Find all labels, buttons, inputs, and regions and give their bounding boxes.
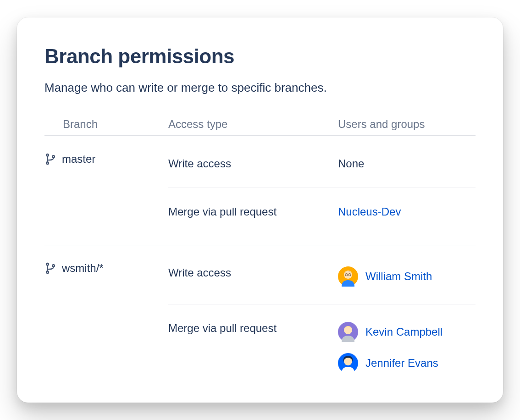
branch-group-wsmith: wsmith/* Write access W — [44, 245, 476, 400]
user-label: Jennifer Evans — [365, 357, 438, 370]
row-divider — [168, 188, 476, 188]
access-type-label: Write access — [168, 153, 338, 175]
branch-name: wsmith/* — [62, 262, 104, 275]
user-link[interactable]: Kevin Campbell — [338, 319, 476, 345]
users-cell: None — [338, 153, 476, 175]
branch-icon — [44, 262, 56, 274]
branch-cell: wsmith/* — [44, 262, 168, 275]
column-header-access: Access type — [168, 118, 338, 131]
branch-icon — [44, 153, 56, 165]
avatar — [338, 353, 358, 373]
row-divider — [168, 304, 476, 304]
branch-cell-empty — [44, 201, 168, 201]
group-link[interactable]: Nucleus-Dev — [338, 203, 476, 221]
branch-group-master: master Write access None Merge via pull … — [44, 136, 476, 245]
group-label: Nucleus-Dev — [338, 205, 401, 218]
avatar — [338, 266, 358, 287]
users-cell: Nucleus-Dev — [338, 201, 476, 223]
user-link[interactable]: Jennifer Evans — [338, 350, 476, 376]
table-row: Merge via pull request Nucleus-Dev — [44, 197, 476, 227]
branch-permissions-card: Branch permissions Manage who can write … — [17, 17, 503, 403]
page-subtitle: Manage who can write or merge to specifi… — [44, 81, 476, 95]
users-cell: Kevin Campbell Jennifer Evans — [338, 317, 476, 378]
table-row: Merge via pull request Kevin Campbell — [44, 314, 476, 381]
users-cell: William Smith — [338, 262, 476, 291]
access-type-label: Merge via pull request — [168, 317, 338, 339]
branch-cell: master — [44, 153, 168, 166]
page-title: Branch permissions — [44, 45, 476, 68]
table-header-row: Branch Access type Users and groups — [44, 113, 476, 136]
table-row: master Write access None — [44, 149, 476, 178]
branch-cell-empty — [44, 317, 168, 318]
user-link[interactable]: William Smith — [338, 264, 476, 289]
avatar — [338, 322, 358, 342]
user-label: William Smith — [365, 270, 432, 283]
access-type-label: Write access — [168, 262, 338, 284]
table-row: wsmith/* Write access W — [44, 258, 476, 295]
user-label: Kevin Campbell — [365, 326, 443, 338]
access-type-label: Merge via pull request — [168, 201, 338, 223]
column-header-branch: Branch — [44, 118, 168, 131]
column-header-users: Users and groups — [338, 118, 476, 131]
users-none-label: None — [338, 155, 476, 173]
branch-name: master — [62, 153, 95, 166]
